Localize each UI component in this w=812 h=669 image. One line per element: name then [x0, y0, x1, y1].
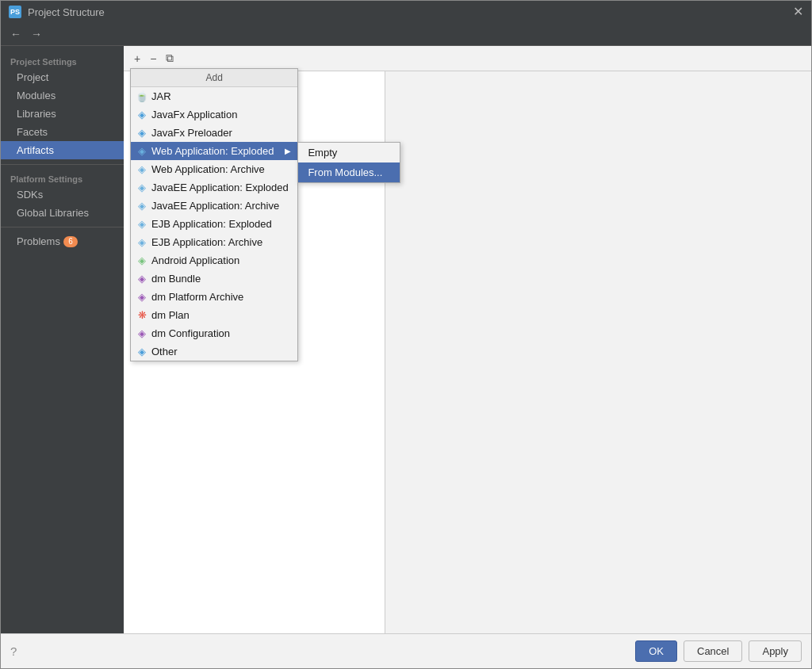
help-icon[interactable]: ?	[10, 644, 17, 658]
ejb-archive-icon: ◈	[136, 236, 148, 249]
close-button[interactable]: ✕	[793, 6, 803, 18]
dropdown-item-dm-plan[interactable]: ❋ dm Plan	[131, 306, 297, 324]
dm-configuration-icon: ◈	[136, 327, 148, 340]
jar-icon: 🍵	[136, 90, 148, 103]
dropdown-item-web-exploded[interactable]: ◈ Web Application: Exploded ▶ Empty From…	[131, 142, 297, 160]
ejb-exploded-icon: ◈	[136, 218, 148, 231]
problems-badge: 6	[63, 236, 78, 247]
javaee-archive-icon: ◈	[136, 200, 148, 212]
artifact-detail	[385, 71, 811, 633]
app-icon: PS	[9, 6, 21, 18]
dropdown-item-dm-bundle[interactable]: ◈ dm Bundle	[131, 270, 297, 288]
copy-artifact-button[interactable]: ⧉	[162, 49, 178, 67]
dm-bundle-icon: ◈	[136, 273, 148, 285]
sidebar-item-libraries[interactable]: Libraries	[1, 105, 124, 123]
dialog-title: Project Structure	[28, 6, 105, 18]
back-button[interactable]: ←	[7, 26, 25, 42]
dropdown-item-javaee-archive[interactable]: ◈ JavaEE Application: Archive	[131, 197, 297, 215]
javafx-app-icon: ◈	[136, 109, 148, 121]
submenu: Empty From Modules...	[297, 142, 400, 183]
submenu-item-from-modules[interactable]: From Modules...	[298, 162, 400, 182]
dropdown-item-web-archive[interactable]: ◈ Web Application: Archive	[131, 160, 297, 178]
submenu-arrow: ▶	[278, 147, 291, 155]
add-artifact-button[interactable]: +	[130, 50, 144, 67]
title-bar-left: PS Project Structure	[9, 6, 105, 18]
dropdown-header: Add	[131, 69, 297, 87]
submenu-item-empty[interactable]: Empty	[298, 143, 400, 162]
sidebar-divider-2	[1, 227, 124, 227]
javaee-exploded-icon: ◈	[136, 182, 148, 194]
footer: ? OK Cancel Apply	[1, 633, 811, 668]
dropdown-item-jar[interactable]: 🍵 JAR	[131, 87, 297, 105]
web-exploded-icon: ◈	[136, 145, 148, 158]
dropdown-item-android[interactable]: ◈ Android Application	[131, 251, 297, 270]
javafx-preloader-icon: ◈	[136, 127, 148, 140]
forward-button[interactable]: →	[28, 26, 45, 42]
android-icon: ◈	[136, 254, 148, 267]
sidebar-item-global-libraries[interactable]: Global Libraries	[1, 204, 124, 222]
project-settings-heading: Project Settings	[1, 52, 124, 68]
dropdown-item-dm-platform-archive[interactable]: ◈ dm Platform Archive	[131, 288, 297, 306]
title-bar: PS Project Structure ✕	[1, 1, 811, 23]
dropdown-item-ejb-archive[interactable]: ◈ EJB Application: Archive	[131, 233, 297, 251]
content-area: Project Settings Project Modules Librari…	[1, 46, 811, 633]
add-dropdown: Add 🍵 JAR ◈ JavaFx Application ◈ JavaFx …	[130, 68, 298, 361]
project-structure-dialog: PS Project Structure ✕ ← → Project Setti…	[0, 0, 812, 669]
dropdown-item-javafx-preloader[interactable]: ◈ JavaFx Preloader	[131, 124, 297, 142]
dropdown-item-javafx-app[interactable]: ◈ JavaFx Application	[131, 105, 297, 124]
dropdown-item-dm-configuration[interactable]: ◈ dm Configuration	[131, 324, 297, 342]
main-area: + − ⧉ Add 🍵 JAR ◈ JavaFx Application	[124, 46, 811, 633]
sidebar-item-facets[interactable]: Facets	[1, 123, 124, 141]
ok-button[interactable]: OK	[635, 640, 677, 662]
sidebar-item-problems[interactable]: Problems 6	[1, 232, 124, 250]
sidebar-item-artifacts[interactable]: Artifacts	[1, 141, 124, 159]
sidebar-item-project[interactable]: Project	[1, 68, 124, 86]
web-archive-icon: ◈	[136, 163, 148, 176]
dropdown-item-javaee-exploded[interactable]: ◈ JavaEE Application: Exploded	[131, 178, 297, 197]
apply-button[interactable]: Apply	[749, 640, 802, 662]
dropdown-item-other[interactable]: ◈ Other	[131, 342, 297, 361]
sidebar-item-sdks[interactable]: SDKs	[1, 185, 124, 204]
sidebar-item-modules[interactable]: Modules	[1, 86, 124, 105]
other-icon: ◈	[136, 346, 148, 358]
platform-settings-heading: Platform Settings	[1, 170, 124, 185]
dropdown-item-ejb-exploded[interactable]: ◈ EJB Application: Exploded	[131, 215, 297, 233]
nav-bar: ← →	[1, 23, 811, 46]
dm-platform-archive-icon: ◈	[136, 291, 148, 304]
toolbar: + − ⧉ Add 🍵 JAR ◈ JavaFx Application	[124, 46, 811, 71]
sidebar-divider	[1, 164, 124, 165]
dm-plan-icon: ❋	[136, 309, 148, 322]
sidebar: Project Settings Project Modules Librari…	[1, 46, 124, 633]
dropdown-menu: Add 🍵 JAR ◈ JavaFx Application ◈ JavaFx …	[130, 68, 298, 361]
cancel-button[interactable]: Cancel	[684, 640, 742, 662]
remove-artifact-button[interactable]: −	[146, 50, 160, 67]
